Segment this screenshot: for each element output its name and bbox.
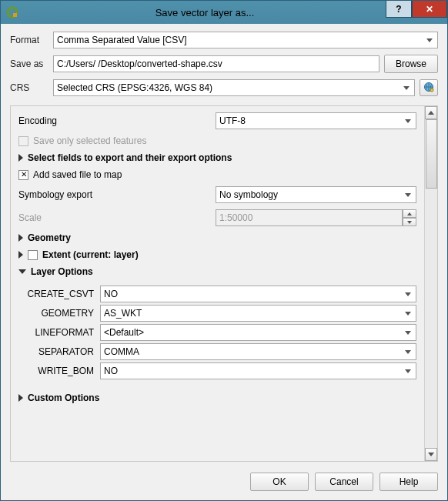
format-label: Format <box>10 35 48 45</box>
chevron-up-icon <box>428 111 434 115</box>
scroll-down-button[interactable] <box>425 448 437 461</box>
encoding-label: Encoding <box>18 115 211 126</box>
encoding-select[interactable]: UTF-8 <box>216 112 416 129</box>
scale-up-button <box>403 209 416 218</box>
save-selected-label: Save only selected features <box>33 135 146 146</box>
geometry-opt-select[interactable]: AS_WKT <box>100 305 416 322</box>
ok-button[interactable]: OK <box>250 473 309 491</box>
chevron-down-icon <box>18 269 26 274</box>
add-to-map-checkbox[interactable] <box>18 170 28 180</box>
svg-rect-1 <box>13 13 17 17</box>
chevron-right-icon <box>18 251 23 259</box>
scale-down-button <box>403 218 416 226</box>
symbology-label: Symbology export <box>18 189 211 200</box>
scrollbar[interactable] <box>424 106 437 461</box>
crs-select[interactable]: Selected CRS (EPSG:4326, WGS 84) <box>53 79 415 96</box>
close-titlebar-button[interactable]: ✕ <box>412 1 447 18</box>
chevron-right-icon <box>18 234 23 242</box>
create-csvt-label: CREATE_CSVT <box>23 289 97 299</box>
add-to-map-label: Add saved file to map <box>33 169 122 180</box>
extent-section[interactable]: Extent (current: layer) <box>18 249 416 260</box>
crs-picker-button[interactable] <box>420 79 438 96</box>
separator-label: SEPARATOR <box>23 346 97 357</box>
format-select[interactable]: Comma Separated Value [CSV] <box>53 32 438 48</box>
save-selected-checkbox <box>18 136 28 146</box>
separator-select[interactable]: COMMA <box>100 343 416 360</box>
options-panel: Encoding UTF-8 Save only selected featur… <box>10 105 438 462</box>
window-title: Save vector layer as... <box>24 7 386 18</box>
chevron-down-icon <box>428 453 434 456</box>
write-bom-select[interactable]: NO <box>100 362 416 379</box>
extent-checkbox[interactable] <box>28 250 38 260</box>
saveas-input[interactable]: C:/Users/ /Desktop/converted-shape.csv <box>53 55 379 72</box>
chevron-right-icon <box>18 394 23 402</box>
scale-input: 1:50000 <box>216 209 403 226</box>
crs-label: CRS <box>10 82 48 93</box>
titlebar: Save vector layer as... ? ✕ <box>1 1 447 24</box>
svg-point-3 <box>430 89 433 92</box>
dialog-footer: OK Cancel Help <box>1 466 447 500</box>
geometry-section[interactable]: Geometry <box>18 232 416 243</box>
create-csvt-select[interactable]: NO <box>100 286 416 302</box>
write-bom-label: WRITE_BOM <box>23 366 97 376</box>
cancel-button[interactable]: Cancel <box>315 473 373 491</box>
qgis-app-icon <box>5 5 19 19</box>
lineformat-select[interactable]: <Default> <box>100 324 416 341</box>
layer-options-section[interactable]: Layer Options <box>18 266 416 277</box>
scale-label: Scale <box>18 212 211 223</box>
help-titlebar-button[interactable]: ? <box>386 1 412 18</box>
dialog-window: Save vector layer as... ? ✕ Format Comma… <box>0 0 448 501</box>
symbology-select[interactable]: No symbology <box>216 186 416 203</box>
globe-icon <box>423 82 434 95</box>
browse-button[interactable]: Browse <box>384 55 438 73</box>
geometry-opt-label: GEOMETRY <box>23 308 97 319</box>
scroll-thumb[interactable] <box>426 119 437 189</box>
scroll-up-button[interactable] <box>425 106 437 119</box>
chevron-right-icon <box>18 154 23 162</box>
custom-options-section[interactable]: Custom Options <box>18 392 416 403</box>
help-button[interactable]: Help <box>379 473 438 491</box>
saveas-label: Save as <box>10 58 48 69</box>
lineformat-label: LINEFORMAT <box>23 327 97 338</box>
select-fields-section[interactable]: Select fields to export and their export… <box>18 152 416 163</box>
